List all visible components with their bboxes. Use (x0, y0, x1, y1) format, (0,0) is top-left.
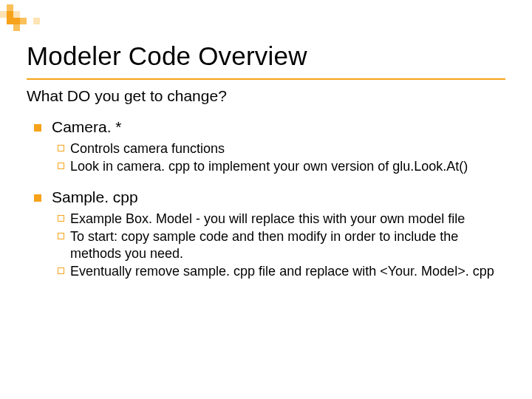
open-square-bullet-icon (58, 267, 64, 274)
sub-item-text: Example Box. Model - you will replace th… (70, 211, 505, 228)
square-bullet-icon (34, 194, 41, 202)
sub-item: Example Box. Model - you will replace th… (58, 211, 505, 228)
slide-title: Modeler Code Overview (27, 41, 505, 71)
sub-item-text: Look in camera. cpp to implement your ow… (70, 158, 505, 175)
sub-item: To start: copy sample code and then modi… (58, 228, 505, 262)
corner-decoration (0, 4, 40, 31)
slide-content: Modeler Code Overview What DO you get to… (0, 0, 532, 290)
list-item-title: Sample. cpp (52, 188, 505, 206)
main-list: Camera. * Controls camera functions Look… (27, 118, 505, 290)
sub-item-text: Controls camera functions (70, 140, 505, 157)
sub-list: Controls camera functions Look in camera… (52, 140, 505, 175)
slide-subtitle: What DO you get to change? (27, 87, 505, 105)
open-square-bullet-icon (58, 163, 64, 169)
sub-item: Controls camera functions (58, 140, 505, 157)
open-square-bullet-icon (58, 215, 64, 222)
sub-item-text: Eventually remove sample. cpp file and r… (70, 263, 505, 280)
sub-list: Example Box. Model - you will replace th… (52, 211, 505, 280)
sub-item-text: To start: copy sample code and then modi… (70, 228, 505, 262)
open-square-bullet-icon (58, 145, 64, 151)
square-bullet-icon (34, 124, 41, 132)
open-square-bullet-icon (58, 233, 64, 239)
list-item-title: Camera. * (52, 118, 505, 136)
list-item: Camera. * Controls camera functions Look… (34, 118, 505, 185)
sub-item: Look in camera. cpp to implement your ow… (58, 158, 505, 175)
list-item: Sample. cpp Example Box. Model - you wil… (34, 188, 505, 290)
sub-item: Eventually remove sample. cpp file and r… (58, 263, 505, 280)
title-rule (27, 78, 505, 80)
